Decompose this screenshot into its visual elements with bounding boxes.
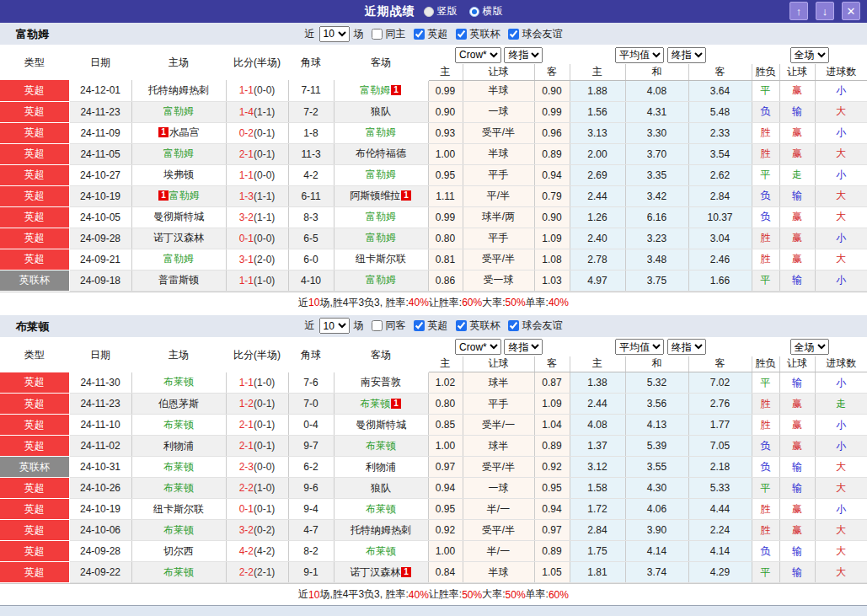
- league-friendly-checkbox[interactable]: [508, 29, 519, 40]
- match-date-cell: 24-09-21: [69, 249, 131, 270]
- half-time-score: (1-1): [254, 190, 275, 202]
- league-cup-label: 英联杯: [470, 27, 500, 41]
- home-team-cell: 诺丁汉森林: [131, 228, 226, 249]
- league-cup-checkbox[interactable]: [456, 320, 467, 331]
- average-select[interactable]: 平均值: [615, 47, 664, 63]
- bookmaker-select[interactable]: Crow*: [455, 47, 501, 63]
- avg-draw-cell: 3.74: [625, 562, 688, 583]
- odds-home-cell: 0.99: [428, 206, 463, 228]
- red-card-badge: 1: [158, 127, 169, 137]
- team-link: 狼队: [371, 105, 391, 117]
- summary-text: 40%: [549, 297, 569, 308]
- layout-radio-group: 竖版 横版: [424, 4, 503, 19]
- radio-horizontal-layout[interactable]: 横版: [469, 4, 503, 19]
- match-row: 英超24-09-28切尔西4-2(4-2)8-2布莱顿1.00半/一0.891.…: [0, 541, 867, 562]
- avg-home-cell: 2.78: [570, 249, 625, 270]
- radio-vertical-icon[interactable]: [424, 7, 434, 17]
- avg-home-cell: 2.84: [570, 520, 625, 541]
- scroll-down-button[interactable]: ↓: [816, 2, 834, 20]
- full-time-score: 0-1: [239, 503, 254, 515]
- avg-stage-select[interactable]: 终指: [667, 47, 706, 63]
- match-date-cell: 24-10-19: [69, 185, 131, 206]
- league-epl-checkbox[interactable]: [414, 29, 425, 40]
- corner-cell: 4-2: [288, 164, 334, 185]
- odds-stage-select[interactable]: 终指: [504, 47, 543, 63]
- match-row: 英超24-09-22布莱顿2-2(2-1)9-1诺丁汉森林10.84半球1.05…: [0, 562, 867, 583]
- avg-stage-select[interactable]: 终指: [667, 339, 706, 355]
- odds-home-cell: 0.90: [428, 101, 463, 122]
- league-epl-label: 英超: [428, 319, 448, 333]
- half-time-score: (0-0): [254, 84, 275, 96]
- team-link: 伯恩茅斯: [158, 398, 199, 410]
- wdl-result-cell: 胜: [752, 143, 779, 164]
- scroll-up-button[interactable]: ↑: [789, 2, 808, 20]
- match-count-select[interactable]: 10: [319, 318, 350, 334]
- home-team-cell: 普雷斯顿: [131, 270, 226, 291]
- avg-away-cell: 3.04: [688, 228, 752, 249]
- match-row: 英超24-10-19纽卡斯尔联0-1(0-1)9-4布莱顿0.95半/一0.94…: [0, 499, 867, 520]
- league-epl-checkbox[interactable]: [414, 320, 425, 331]
- subheader-handicap: 让球: [463, 356, 534, 372]
- radio-vertical-layout[interactable]: 竖版: [424, 4, 458, 19]
- team-link: 利物浦: [366, 461, 396, 473]
- corner-cell: 7-11: [288, 80, 334, 101]
- header-date: 日期: [69, 338, 131, 372]
- match-type-cell: 英超: [0, 436, 69, 457]
- goals-result-cell: 大: [815, 562, 867, 583]
- match-row: 英超24-11-05富勒姆2-1(0-1)11-3布伦特福德1.00半球0.89…: [0, 143, 867, 164]
- handicap-result-cell: 输: [779, 478, 815, 499]
- wdl-result-cell: 负: [752, 457, 779, 478]
- score-cell: 0-1(0-0): [226, 228, 288, 249]
- match-count-select[interactable]: 10: [319, 26, 350, 42]
- summary-text: 大率:: [482, 296, 505, 310]
- score-cell: 0-1(0-1): [226, 499, 288, 520]
- odds-away-cell: 0.89: [534, 541, 570, 562]
- avg-draw-cell: 3.56: [625, 394, 688, 415]
- close-button[interactable]: ✕: [842, 2, 860, 20]
- header-corner: 角球: [288, 46, 334, 80]
- radio-horizontal-icon[interactable]: [469, 7, 479, 17]
- average-select[interactable]: 平均值: [615, 339, 664, 355]
- match-row: 英超24-11-30布莱顿1-1(1-0)7-6南安普敦1.02球半0.871.…: [0, 372, 867, 394]
- panel-title: 近期战绩: [365, 4, 415, 19]
- league-cup-label: 英联杯: [470, 319, 500, 333]
- home-team-cell: 纽卡斯尔联: [131, 499, 226, 520]
- full-time-score: 1-2: [239, 398, 254, 410]
- handicap-result-cell: 赢: [779, 499, 815, 520]
- odds-home-cell: 0.85: [428, 415, 463, 436]
- league-cup-checkbox[interactable]: [456, 29, 467, 40]
- match-type-cell: 英超: [0, 80, 69, 101]
- odds-away-cell: 0.90: [534, 206, 570, 228]
- full-time-score: 3-2: [239, 524, 254, 536]
- league-friendly-checkbox[interactable]: [508, 320, 519, 331]
- full-match-select[interactable]: 全场: [790, 47, 829, 63]
- odds-stage-select[interactable]: 终指: [504, 339, 543, 355]
- odds-away-cell: 1.03: [534, 270, 570, 291]
- recent-results-panel: 近期战绩 竖版 横版 ↑ ↓ ✕ 富勒姆 近 10 场 同主: [0, 0, 867, 606]
- same-side-checkbox[interactable]: [372, 29, 383, 40]
- match-type-cell: 英超: [0, 520, 69, 541]
- full-match-select[interactable]: 全场: [790, 339, 829, 355]
- subheader-avg-away: 客: [688, 356, 752, 372]
- away-team-cell: 富勒姆: [334, 270, 428, 291]
- league-epl-label: 英超: [428, 27, 448, 41]
- odds-selects-cell: Crow* 终指: [428, 46, 570, 64]
- match-type-cell: 英超: [0, 249, 69, 270]
- odds-home-cell: 1.00: [428, 436, 463, 457]
- team-link: 水晶宫: [169, 126, 200, 138]
- same-side-checkbox[interactable]: [372, 320, 383, 331]
- away-team-cell: 布莱顿1: [334, 394, 428, 415]
- scope-select-cell: 全场: [752, 46, 867, 64]
- goals-result-cell: 大: [815, 541, 867, 562]
- team-link: 诺丁汉森林: [153, 232, 204, 244]
- red-card-badge: 1: [391, 399, 401, 409]
- match-date-cell: 24-11-23: [69, 101, 131, 122]
- bookmaker-select[interactable]: Crow*: [455, 339, 501, 355]
- team-link: 普雷斯顿: [158, 274, 199, 286]
- avg-draw-cell: 3.75: [625, 270, 688, 291]
- goals-result-cell: 小: [815, 80, 867, 101]
- wdl-result-cell: 平: [752, 270, 779, 291]
- away-team-cell: 布莱顿: [334, 436, 428, 457]
- match-type-cell: 英超: [0, 499, 69, 520]
- goals-result-cell: 大: [815, 185, 867, 206]
